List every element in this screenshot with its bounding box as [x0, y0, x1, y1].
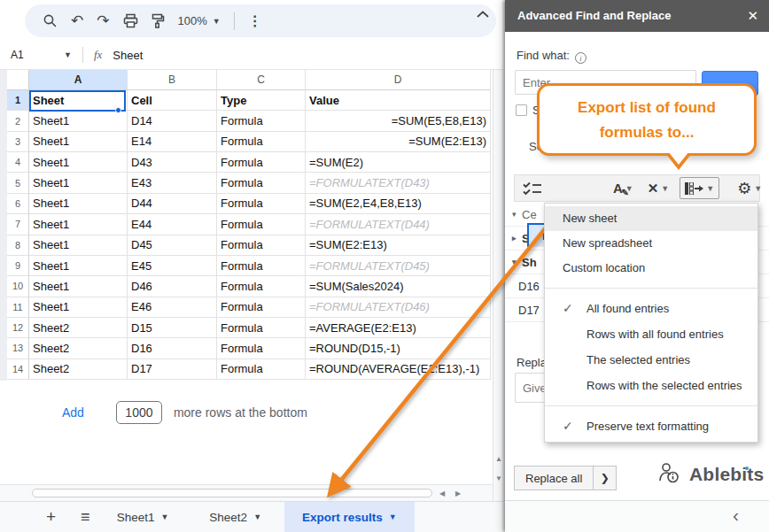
scroll-down-icon[interactable]: ▼ — [495, 475, 502, 482]
cell[interactable]: D16 — [128, 338, 217, 359]
cell[interactable]: D17 — [128, 359, 217, 380]
cell[interactable]: E45 — [128, 256, 217, 276]
cell[interactable]: Sheet1 — [29, 235, 128, 256]
cell[interactable]: Formula — [217, 338, 306, 359]
delete-icon[interactable]: ✕ — [648, 181, 659, 197]
cell[interactable]: Sheet1 — [29, 297, 128, 318]
cell[interactable]: =ROUND(AVERAGE(E2:E13),-1) — [306, 359, 491, 380]
undo-icon[interactable]: ↶ — [71, 13, 83, 28]
cell[interactable]: Sheet1 — [29, 152, 128, 173]
cell[interactable]: =SUM(E5,E8,E13) — [306, 111, 491, 131]
cell[interactable]: Formula — [217, 318, 306, 338]
cell[interactable]: Sheet1 — [29, 214, 128, 235]
cell[interactable]: Formula — [217, 256, 306, 276]
row-header-4[interactable]: 4 — [7, 152, 29, 173]
format-icon[interactable]: A✎ — [613, 181, 623, 196]
cell[interactable]: Formula — [217, 152, 306, 173]
row-header-10[interactable]: 10 — [7, 276, 29, 297]
cell[interactable]: =FORMULATEXT(D45) — [306, 256, 491, 276]
row-header-7[interactable]: 7 — [7, 214, 29, 235]
chevron-down-icon[interactable]: ▼ — [389, 513, 397, 521]
menu-item-rows-with-the-selected-entries[interactable]: Rows with the selected entries — [545, 373, 757, 398]
column-header-d[interactable]: D — [306, 70, 491, 90]
vertical-scrollbar[interactable]: ▲ ▼ — [493, 70, 503, 501]
column-header-b[interactable]: B — [128, 70, 217, 90]
replace-all-more-button[interactable]: ❯ — [594, 466, 617, 490]
menu-item-all-found-entries[interactable]: ✓All found entries — [545, 296, 757, 321]
chevron-down-icon[interactable]: ▼ — [160, 513, 168, 521]
row-header-12[interactable]: 12 — [7, 318, 29, 338]
print-icon[interactable] — [123, 13, 138, 28]
cell[interactable]: D43 — [128, 152, 217, 173]
column-header-a[interactable]: A — [29, 70, 128, 90]
scroll-right-icon[interactable]: ▶ — [455, 490, 461, 497]
cell[interactable]: Sheet1 — [29, 194, 128, 214]
cell[interactable]: Cell — [128, 90, 217, 111]
formula-input[interactable]: Sheet — [113, 49, 143, 62]
row-header-11[interactable]: 11 — [7, 297, 29, 318]
ablebits-logo[interactable]: Ablebits — [689, 464, 764, 485]
cell[interactable]: Formula — [217, 276, 306, 297]
scroll-up-icon[interactable]: ▲ — [495, 456, 502, 463]
rows-count-input[interactable] — [116, 401, 162, 424]
tree-expand-icon[interactable]: ▾ — [512, 210, 522, 219]
chevron-down-icon[interactable]: ▼ — [661, 184, 669, 193]
row-header-2[interactable]: 2 — [7, 111, 29, 131]
row-header-9[interactable]: 9 — [7, 256, 29, 276]
all-sheets-icon[interactable]: ≡ — [81, 508, 90, 527]
cell[interactable]: Sheet1 — [29, 173, 128, 193]
row-header-13[interactable]: 13 — [7, 338, 29, 359]
menu-item-custom-location[interactable]: Custom location — [545, 256, 757, 281]
more-options-icon[interactable]: ⋮ — [248, 12, 262, 29]
cell[interactable]: E46 — [128, 297, 217, 318]
menu-item-the-selected-entries[interactable]: The selected entries — [545, 347, 757, 373]
search-icon[interactable] — [43, 13, 58, 28]
cell[interactable]: Type — [217, 90, 306, 111]
column-header-c[interactable]: C — [217, 70, 306, 90]
cell[interactable]: Formula — [217, 235, 306, 256]
cell[interactable]: E44 — [128, 214, 217, 235]
cell[interactable]: Formula — [217, 111, 306, 131]
cell[interactable]: =FORMULATEXT(D46) — [306, 297, 491, 318]
cell[interactable]: Sheet2 — [29, 318, 128, 338]
cell[interactable]: =SUM(Sales2024) — [306, 276, 491, 297]
row-header-6[interactable]: 6 — [7, 194, 29, 214]
menu-item-preserve-text-formatting[interactable]: ✓Preserve text formatting — [545, 413, 757, 439]
chevron-down-icon[interactable]: ▼ — [754, 184, 762, 193]
collapse-panel-icon[interactable]: ‹ — [733, 505, 739, 526]
add-sheet-icon[interactable]: + — [46, 507, 56, 527]
tree-expand-icon[interactable]: ▸ — [512, 234, 522, 243]
cell[interactable]: D46 — [128, 276, 217, 297]
name-box[interactable]: A1 — [0, 49, 62, 61]
menu-item-new-sheet[interactable]: New sheet — [545, 206, 757, 231]
sheet-tab-sheet2[interactable]: Sheet2▼ — [195, 502, 276, 532]
cell[interactable]: =ROUND(D15,-1) — [306, 338, 491, 359]
row-header-5[interactable]: 5 — [7, 173, 29, 193]
paint-format-icon[interactable] — [151, 13, 165, 28]
cell[interactable]: E43 — [128, 173, 217, 193]
zoom-select[interactable]: 100% ▼ — [178, 14, 221, 27]
menu-item-rows-with-all-found-entries[interactable]: Rows with all found entries — [545, 321, 757, 347]
cell[interactable]: =SUM(E2:E13) — [306, 235, 491, 256]
cell[interactable]: Formula — [217, 359, 306, 380]
scroll-left-icon[interactable]: ◀ — [439, 490, 445, 497]
cell[interactable]: Formula — [217, 214, 306, 235]
cell[interactable]: =SUM(E2:E13) — [306, 132, 491, 152]
cell[interactable]: Value — [306, 90, 491, 111]
cell[interactable]: Sheet — [29, 90, 128, 111]
cell[interactable]: Formula — [217, 173, 306, 193]
collapse-toolbar-icon[interactable] — [477, 11, 489, 18]
help-person-icon[interactable] — [658, 462, 680, 486]
export-button[interactable]: ▼ — [680, 177, 719, 199]
cell[interactable]: =SUM(E2) — [306, 152, 491, 173]
cell[interactable]: Formula — [217, 132, 306, 152]
cell[interactable]: D44 — [128, 194, 217, 214]
cell[interactable]: =AVERAGE(E2:E13) — [306, 318, 491, 338]
chevron-down-icon[interactable]: ▼ — [253, 513, 261, 521]
select-entries-icon[interactable] — [523, 181, 542, 195]
checkbox[interactable] — [516, 104, 527, 116]
cell[interactable]: =FORMULATEXT(D44) — [306, 214, 491, 235]
row-header-8[interactable]: 8 — [7, 235, 29, 256]
row-header-1[interactable]: 1 — [7, 90, 29, 111]
add-rows-button[interactable]: Add — [62, 405, 84, 420]
